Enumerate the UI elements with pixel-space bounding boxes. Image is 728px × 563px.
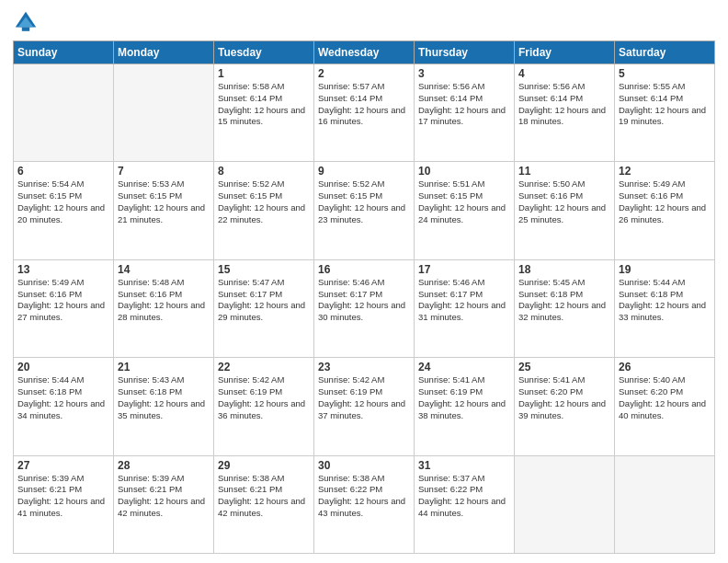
day-info: Sunrise: 5:56 AMSunset: 6:14 PMDaylight:… [518, 81, 610, 128]
calendar-cell: 19Sunrise: 5:44 AMSunset: 6:18 PMDayligh… [615, 259, 715, 357]
day-number: 10 [418, 165, 510, 178]
day-info: Sunrise: 5:41 AMSunset: 6:20 PMDaylight:… [518, 374, 610, 421]
logo [13, 9, 42, 35]
calendar-cell: 29Sunrise: 5:38 AMSunset: 6:21 PMDayligh… [214, 455, 314, 553]
day-number: 2 [318, 67, 410, 80]
calendar-cell: 13Sunrise: 5:49 AMSunset: 6:16 PMDayligh… [14, 259, 114, 357]
day-number: 15 [218, 263, 310, 276]
day-number: 20 [17, 361, 109, 373]
calendar-cell: 1Sunrise: 5:58 AMSunset: 6:14 PMDaylight… [214, 64, 314, 162]
day-header-friday: Friday [515, 41, 615, 64]
calendar-cell: 10Sunrise: 5:51 AMSunset: 6:15 PMDayligh… [415, 162, 515, 259]
day-header-tuesday: Tuesday [214, 41, 314, 64]
day-info: Sunrise: 5:42 AMSunset: 6:19 PMDaylight:… [218, 374, 310, 421]
day-number: 9 [318, 165, 410, 178]
day-info: Sunrise: 5:49 AMSunset: 6:16 PMDaylight:… [17, 277, 109, 324]
calendar-cell: 22Sunrise: 5:42 AMSunset: 6:19 PMDayligh… [214, 358, 314, 455]
day-info: Sunrise: 5:43 AMSunset: 6:18 PMDaylight:… [118, 374, 210, 421]
day-number: 16 [318, 263, 410, 276]
week-row-4: 20Sunrise: 5:44 AMSunset: 6:18 PMDayligh… [14, 358, 715, 455]
calendar-cell: 14Sunrise: 5:48 AMSunset: 6:16 PMDayligh… [114, 259, 214, 357]
week-row-5: 27Sunrise: 5:39 AMSunset: 6:21 PMDayligh… [14, 455, 715, 553]
day-number: 25 [518, 361, 610, 373]
calendar-cell: 6Sunrise: 5:54 AMSunset: 6:15 PMDaylight… [14, 162, 114, 259]
day-number: 18 [518, 263, 610, 276]
header [13, 9, 715, 35]
day-number: 13 [17, 263, 109, 276]
calendar-cell: 15Sunrise: 5:47 AMSunset: 6:17 PMDayligh… [214, 259, 314, 357]
calendar-cell: 21Sunrise: 5:43 AMSunset: 6:18 PMDayligh… [114, 358, 214, 455]
week-row-1: 1Sunrise: 5:58 AMSunset: 6:14 PMDaylight… [14, 64, 715, 162]
calendar-cell: 17Sunrise: 5:46 AMSunset: 6:17 PMDayligh… [415, 259, 515, 357]
day-number: 11 [518, 165, 610, 178]
day-info: Sunrise: 5:55 AMSunset: 6:14 PMDaylight:… [619, 81, 711, 128]
calendar-cell: 5Sunrise: 5:55 AMSunset: 6:14 PMDaylight… [615, 64, 715, 162]
day-header-thursday: Thursday [415, 41, 515, 64]
day-number: 4 [518, 67, 610, 80]
calendar-cell: 27Sunrise: 5:39 AMSunset: 6:21 PMDayligh… [14, 455, 114, 553]
calendar-cell: 20Sunrise: 5:44 AMSunset: 6:18 PMDayligh… [14, 358, 114, 455]
day-info: Sunrise: 5:53 AMSunset: 6:15 PMDaylight:… [118, 178, 210, 225]
week-row-3: 13Sunrise: 5:49 AMSunset: 6:16 PMDayligh… [14, 259, 715, 357]
calendar-cell: 7Sunrise: 5:53 AMSunset: 6:15 PMDaylight… [114, 162, 214, 259]
day-info: Sunrise: 5:44 AMSunset: 6:18 PMDaylight:… [619, 277, 711, 324]
calendar-cell [14, 64, 114, 162]
day-number: 29 [218, 459, 310, 472]
day-info: Sunrise: 5:56 AMSunset: 6:14 PMDaylight:… [418, 81, 510, 128]
day-number: 5 [619, 67, 711, 80]
calendar-cell: 4Sunrise: 5:56 AMSunset: 6:14 PMDaylight… [515, 64, 615, 162]
day-info: Sunrise: 5:39 AMSunset: 6:21 PMDaylight:… [118, 473, 210, 520]
calendar-cell: 28Sunrise: 5:39 AMSunset: 6:21 PMDayligh… [114, 455, 214, 553]
calendar-cell [615, 455, 715, 553]
day-number: 8 [218, 165, 310, 178]
week-row-2: 6Sunrise: 5:54 AMSunset: 6:15 PMDaylight… [14, 162, 715, 259]
day-header-sunday: Sunday [14, 41, 114, 64]
day-info: Sunrise: 5:51 AMSunset: 6:15 PMDaylight:… [418, 178, 510, 225]
day-info: Sunrise: 5:42 AMSunset: 6:19 PMDaylight:… [318, 374, 410, 421]
day-info: Sunrise: 5:57 AMSunset: 6:14 PMDaylight:… [318, 81, 410, 128]
day-number: 1 [218, 67, 310, 80]
day-info: Sunrise: 5:52 AMSunset: 6:15 PMDaylight:… [218, 178, 310, 225]
day-info: Sunrise: 5:58 AMSunset: 6:14 PMDaylight:… [218, 81, 310, 128]
logo-icon [13, 9, 39, 35]
day-number: 3 [418, 67, 510, 80]
calendar-cell: 30Sunrise: 5:38 AMSunset: 6:22 PMDayligh… [314, 455, 415, 553]
day-info: Sunrise: 5:50 AMSunset: 6:16 PMDaylight:… [518, 178, 610, 225]
day-info: Sunrise: 5:46 AMSunset: 6:17 PMDaylight:… [318, 277, 410, 324]
day-number: 19 [619, 263, 711, 276]
calendar-table: SundayMondayTuesdayWednesdayThursdayFrid… [13, 40, 715, 554]
calendar-cell: 25Sunrise: 5:41 AMSunset: 6:20 PMDayligh… [515, 358, 615, 455]
calendar-cell [515, 455, 615, 553]
day-number: 21 [118, 361, 210, 373]
page: SundayMondayTuesdayWednesdayThursdayFrid… [0, 0, 728, 563]
day-info: Sunrise: 5:40 AMSunset: 6:20 PMDaylight:… [619, 374, 711, 421]
day-number: 6 [17, 165, 109, 178]
day-number: 12 [619, 165, 711, 178]
day-info: Sunrise: 5:41 AMSunset: 6:19 PMDaylight:… [418, 374, 510, 421]
day-info: Sunrise: 5:45 AMSunset: 6:18 PMDaylight:… [518, 277, 610, 324]
day-header-saturday: Saturday [615, 41, 715, 64]
day-info: Sunrise: 5:37 AMSunset: 6:22 PMDaylight:… [418, 473, 510, 520]
day-number: 17 [418, 263, 510, 276]
calendar-cell: 23Sunrise: 5:42 AMSunset: 6:19 PMDayligh… [314, 358, 415, 455]
calendar-cell: 3Sunrise: 5:56 AMSunset: 6:14 PMDaylight… [415, 64, 515, 162]
day-info: Sunrise: 5:39 AMSunset: 6:21 PMDaylight:… [17, 473, 109, 520]
calendar-cell: 31Sunrise: 5:37 AMSunset: 6:22 PMDayligh… [415, 455, 515, 553]
svg-rect-2 [22, 28, 29, 31]
calendar-cell: 26Sunrise: 5:40 AMSunset: 6:20 PMDayligh… [615, 358, 715, 455]
day-info: Sunrise: 5:52 AMSunset: 6:15 PMDaylight:… [318, 178, 410, 225]
calendar-cell: 8Sunrise: 5:52 AMSunset: 6:15 PMDaylight… [214, 162, 314, 259]
day-number: 30 [318, 459, 410, 472]
calendar-cell: 18Sunrise: 5:45 AMSunset: 6:18 PMDayligh… [515, 259, 615, 357]
calendar-cell: 24Sunrise: 5:41 AMSunset: 6:19 PMDayligh… [415, 358, 515, 455]
day-number: 31 [418, 459, 510, 472]
calendar-cell: 12Sunrise: 5:49 AMSunset: 6:16 PMDayligh… [615, 162, 715, 259]
day-info: Sunrise: 5:47 AMSunset: 6:17 PMDaylight:… [218, 277, 310, 324]
day-info: Sunrise: 5:38 AMSunset: 6:21 PMDaylight:… [218, 473, 310, 520]
calendar-cell [114, 64, 214, 162]
day-info: Sunrise: 5:48 AMSunset: 6:16 PMDaylight:… [118, 277, 210, 324]
calendar-cell: 16Sunrise: 5:46 AMSunset: 6:17 PMDayligh… [314, 259, 415, 357]
day-header-monday: Monday [114, 41, 214, 64]
calendar-cell: 9Sunrise: 5:52 AMSunset: 6:15 PMDaylight… [314, 162, 415, 259]
day-number: 7 [118, 165, 210, 178]
